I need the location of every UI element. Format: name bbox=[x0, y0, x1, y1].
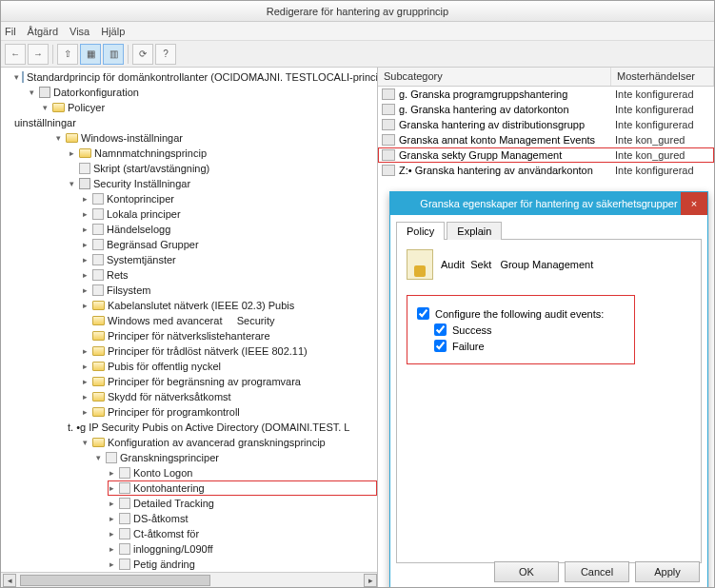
success-checkbox[interactable] bbox=[434, 323, 447, 336]
tree-item[interactable]: Begränsad Grupper bbox=[107, 239, 199, 250]
tree-item[interactable]: Principer för begränsning av programvara bbox=[108, 376, 301, 387]
scroll-right-icon[interactable]: ▸ bbox=[364, 574, 377, 587]
tree-item[interactable]: Windows med avancerat Security bbox=[108, 315, 274, 326]
menu-action[interactable]: Åtgärd bbox=[28, 26, 58, 37]
audit-icon bbox=[119, 559, 130, 570]
dialog-title: Granska egenskaper för hantering av säke… bbox=[390, 192, 707, 215]
cancel-button[interactable]: Cancel bbox=[565, 561, 629, 582]
tree-item[interactable]: Principer för trådlöst nätverk (IEEE 802… bbox=[108, 345, 308, 357]
row-name: Granska hantering av distributionsgrupp bbox=[399, 119, 585, 130]
tree-item[interactable]: Konfiguration av avancerad granskningspr… bbox=[108, 437, 326, 448]
tree-item[interactable]: Ct-åtkomst för bbox=[133, 528, 199, 539]
list-row[interactable]: Granska hantering av distributionsgruppI… bbox=[378, 117, 714, 132]
tree-item[interactable]: Detailed Tracking bbox=[133, 498, 214, 509]
policy-icon bbox=[92, 269, 104, 281]
menubar: Fil Åtgärd Visa Hjälp bbox=[1, 22, 714, 41]
forward-button[interactable]: → bbox=[28, 44, 49, 65]
tree-item[interactable]: inloggning/L090ff bbox=[133, 543, 213, 555]
tree-item[interactable]: Lokala principer bbox=[107, 208, 181, 220]
computer-icon bbox=[39, 87, 50, 98]
folder-icon bbox=[66, 133, 78, 143]
back-button[interactable]: ← bbox=[5, 44, 26, 65]
up-button[interactable]: ⇧ bbox=[57, 44, 78, 65]
column-subcategory[interactable]: Subcategory bbox=[378, 68, 611, 86]
list-header: Subcategory Mosterhändelser bbox=[378, 68, 714, 87]
tree-item[interactable]: Skydd för nätverksåtkomst bbox=[108, 391, 231, 402]
scroll-thumb[interactable] bbox=[20, 575, 210, 586]
tree-item[interactable]: Windows-inställningar bbox=[81, 132, 183, 144]
folder-icon bbox=[92, 438, 105, 447]
failure-checkbox[interactable] bbox=[434, 340, 447, 352]
tree-item[interactable]: Principer för nätverkslistehanterare bbox=[108, 330, 270, 342]
tree-item-kontohantering[interactable]: ▸Kontohantering bbox=[108, 480, 377, 496]
tree-item[interactable]: Systemtjänster bbox=[107, 254, 176, 265]
row-name: Z:• Granska hantering av användarkonton bbox=[399, 165, 593, 176]
audit-icon bbox=[119, 528, 130, 539]
row-name: Granska sekty Grupp Management bbox=[399, 149, 562, 161]
content: ▾Standardprincip för domänkontrollanter … bbox=[1, 68, 714, 587]
folder-icon bbox=[92, 331, 105, 341]
tree-item[interactable]: Rets bbox=[107, 269, 129, 281]
properties-dialog: Granska egenskaper för hantering av säke… bbox=[389, 191, 708, 587]
list-row[interactable]: Granska sekty Grupp ManagementInte kon_g… bbox=[378, 147, 714, 163]
dialog-tabs: Policy Explain bbox=[396, 221, 702, 240]
toolbar-separator bbox=[52, 45, 53, 64]
configure-checkbox[interactable] bbox=[417, 307, 429, 320]
toolbar: ← → ⇧ ▦ ▥ ⟳ ? bbox=[1, 41, 714, 68]
folder-icon bbox=[79, 148, 91, 158]
tree-item[interactable]: Kontoprinciper bbox=[107, 193, 174, 205]
ok-button[interactable]: OK bbox=[494, 561, 559, 582]
menu-file[interactable]: Fil bbox=[5, 26, 16, 37]
tree-item[interactable]: t. •g IP Security Pubis on Active Direct… bbox=[68, 421, 349, 433]
tab-policy[interactable]: Policy bbox=[396, 222, 445, 240]
audit-item-icon bbox=[382, 165, 395, 176]
list-row[interactable]: g. Granska hantering av datorkontonInte … bbox=[378, 102, 714, 117]
tree-item[interactable]: Granskningsprinciper bbox=[120, 452, 219, 463]
tree-item[interactable]: uinställningar bbox=[14, 117, 76, 128]
list-rows: g. Granska programgruppshanteringInte ko… bbox=[378, 87, 714, 178]
tree-item[interactable]: Pubis för offentlig nyckel bbox=[108, 361, 221, 372]
tree-item[interactable]: Datorkonfiguration bbox=[53, 87, 139, 98]
apply-button[interactable]: Apply bbox=[635, 561, 700, 582]
audit-icon bbox=[119, 543, 130, 555]
view-button-2[interactable]: ▥ bbox=[103, 44, 124, 65]
tree-item[interactable]: Namnmatchningsprincip bbox=[94, 147, 207, 159]
scroll-left-icon[interactable]: ◂ bbox=[3, 574, 16, 587]
tree-pane: ▾Standardprincip för domänkontrollanter … bbox=[1, 68, 378, 587]
tree-item[interactable]: Policyer bbox=[68, 102, 105, 113]
menu-help[interactable]: Hjälp bbox=[101, 26, 125, 37]
list-row[interactable]: g. Granska programgruppshanteringInte ko… bbox=[378, 87, 714, 102]
tree-item[interactable]: Kabelanslutet nätverk (IEEE 02.3) Pubis bbox=[108, 300, 294, 311]
policy-icon bbox=[92, 224, 104, 235]
policy-icon bbox=[92, 254, 104, 265]
tree-item[interactable]: Security Inställningar bbox=[93, 178, 190, 189]
refresh-button[interactable]: ⟳ bbox=[132, 44, 153, 65]
folder-icon bbox=[92, 316, 105, 325]
tab-explain[interactable]: Explain bbox=[447, 222, 502, 240]
row-name: g. Granska programgruppshantering bbox=[399, 88, 567, 100]
tree-item[interactable]: Petig ändring bbox=[133, 559, 195, 570]
list-row[interactable]: Granska annat konto Management EventsInt… bbox=[378, 132, 714, 147]
tree-item[interactable]: Filsystem bbox=[107, 284, 150, 296]
policy-icon bbox=[92, 284, 104, 296]
audit-icon bbox=[119, 482, 130, 494]
column-events[interactable]: Mosterhändelser bbox=[611, 68, 714, 86]
help-button[interactable]: ? bbox=[155, 44, 176, 65]
lock-icon bbox=[407, 249, 433, 280]
view-button-1[interactable]: ▦ bbox=[80, 44, 101, 65]
tree-item[interactable]: DS-åtkomst bbox=[133, 513, 188, 524]
menu-view[interactable]: Visa bbox=[70, 26, 89, 37]
configure-label: Configure the following audit events: bbox=[435, 308, 604, 320]
list-row[interactable]: Z:• Granska hantering av användarkontonI… bbox=[378, 163, 714, 178]
audit-item-icon bbox=[382, 134, 395, 146]
tree-body[interactable]: ▾Standardprincip för domänkontrollanter … bbox=[1, 68, 377, 572]
audit-label: Audit Sekt Group Management bbox=[441, 259, 593, 270]
tree-item[interactable]: Konto Logon bbox=[133, 467, 192, 479]
tree-scrollbar[interactable]: ◂ ▸ bbox=[1, 572, 377, 587]
policy-icon bbox=[92, 239, 104, 250]
tree-item[interactable]: Skript (start/avstängning) bbox=[93, 163, 209, 174]
tree-item[interactable]: Principer för programkontroll bbox=[108, 406, 240, 418]
tree-item[interactable]: Händelselogg bbox=[107, 224, 170, 235]
close-button[interactable]: × bbox=[681, 192, 707, 215]
tree-root[interactable]: Standardprincip för domänkontrollanter (… bbox=[27, 71, 377, 83]
